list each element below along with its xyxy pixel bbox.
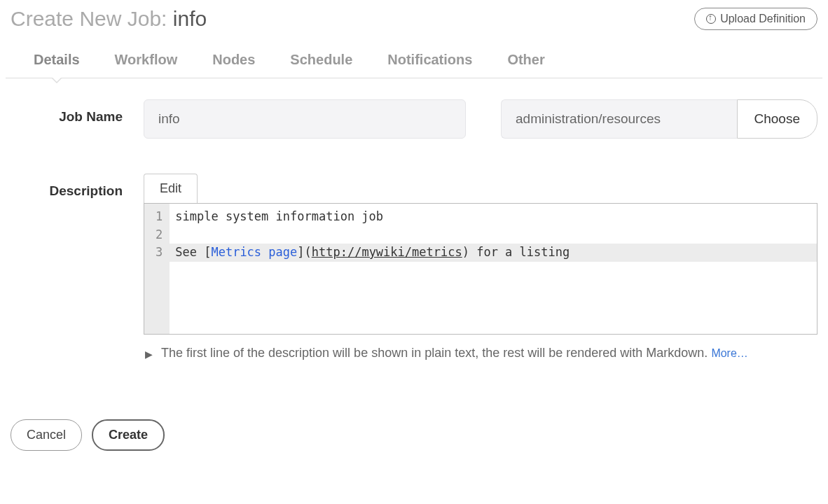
caret-right-icon[interactable]: ▶ <box>145 343 153 362</box>
page-title-prefix: Create New Job: <box>11 7 173 30</box>
editor-gutter: 1 2 3 <box>144 204 170 334</box>
description-hint: ▶ The first line of the description will… <box>144 335 817 363</box>
tab-notifications[interactable]: Notifications <box>387 52 472 78</box>
line-number: 1 <box>156 208 163 226</box>
page-title-value: info <box>173 7 207 30</box>
job-name-label: Job Name <box>11 99 123 125</box>
job-name-fields: Choose <box>144 99 817 139</box>
tab-workflow[interactable]: Workflow <box>115 52 178 78</box>
tab-nodes[interactable]: Nodes <box>212 52 255 78</box>
more-link[interactable]: More… <box>711 347 747 359</box>
edit-tab-row: Edit <box>144 174 817 203</box>
page-title: Create New Job: info <box>11 7 207 31</box>
form-area: Job Name Choose Description Edit 1 2 3 s… <box>0 78 828 363</box>
job-name-row: Job Name Choose <box>11 99 817 139</box>
code-line-3: See [Metrics page](http://mywiki/metrics… <box>170 244 817 262</box>
tab-details[interactable]: Details <box>34 52 80 78</box>
description-editor[interactable]: 1 2 3 simple system information job See … <box>144 203 817 335</box>
choose-group-button[interactable]: Choose <box>737 99 818 139</box>
edit-tab[interactable]: Edit <box>144 174 198 203</box>
description-row: Description Edit 1 2 3 simple system inf… <box>11 174 817 363</box>
header-row: Create New Job: info Upload Definition <box>0 0 828 31</box>
tabs: Details Workflow Nodes Schedule Notifica… <box>6 31 822 78</box>
footer: Cancel Create <box>0 398 828 472</box>
hint-text-wrap: The first line of the description will b… <box>161 343 748 363</box>
upload-definition-label: Upload Definition <box>720 13 806 25</box>
upload-icon <box>706 14 716 24</box>
editor-code[interactable]: simple system information job See [Metri… <box>170 204 817 334</box>
tab-schedule[interactable]: Schedule <box>290 52 352 78</box>
create-button[interactable]: Create <box>92 419 165 451</box>
group-input[interactable] <box>501 99 737 139</box>
hint-text: The first line of the description will b… <box>161 346 711 360</box>
tab-other[interactable]: Other <box>507 52 544 78</box>
upload-definition-button[interactable]: Upload Definition <box>694 8 817 30</box>
line-number: 3 <box>156 244 163 262</box>
description-column: Edit 1 2 3 simple system information job… <box>144 174 817 363</box>
cancel-button[interactable]: Cancel <box>11 419 82 451</box>
code-line-1: simple system information job <box>175 209 383 223</box>
description-label: Description <box>11 174 123 199</box>
group-wrap: Choose <box>501 99 817 139</box>
line-number: 2 <box>156 226 163 244</box>
job-name-input[interactable] <box>144 99 466 139</box>
